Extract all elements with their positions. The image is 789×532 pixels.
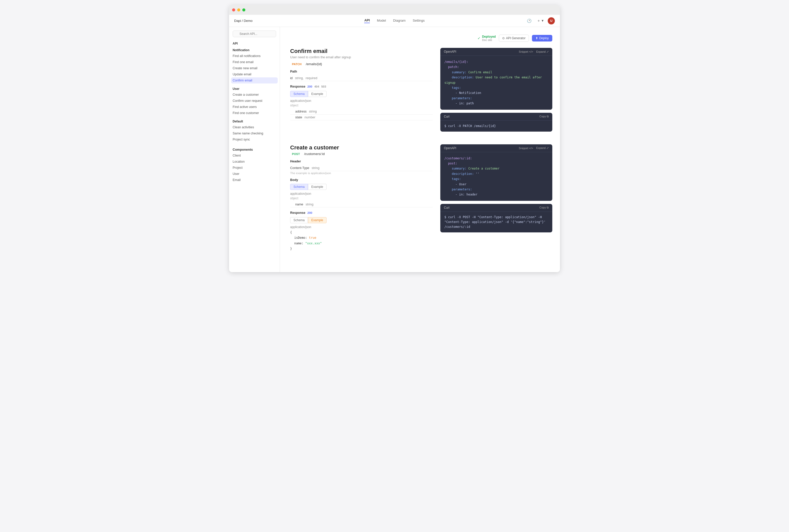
customer-openapi-header: OpenAPI Snippet </> Expand ⤢ xyxy=(440,144,552,152)
customer-openapi-actions: Snippet </> Expand ⤢ xyxy=(519,146,549,150)
json-is-demo: isDemo: true xyxy=(290,235,433,241)
customer-response-200[interactable]: 200 xyxy=(307,211,312,214)
path-field-row: id string, required xyxy=(290,75,433,81)
schema-object: object xyxy=(290,103,433,107)
patch-badge: PATCH xyxy=(290,62,303,66)
tab-body-example[interactable]: Example xyxy=(308,184,327,190)
json-name: name: "xxx.xxx" xyxy=(290,241,433,246)
search-input[interactable] xyxy=(233,31,276,37)
doc-site-label: Doc site xyxy=(482,38,496,41)
response-404[interactable]: 404 xyxy=(314,85,319,88)
deployed-label: Deployed xyxy=(482,35,496,38)
sidebar-item-client[interactable]: Client xyxy=(229,152,280,158)
body-content-type: application/json xyxy=(290,192,433,195)
address-field-type: string xyxy=(309,110,317,113)
sidebar-item-project-sync[interactable]: Project sync xyxy=(229,136,280,142)
openapi-header: OpenAPI Snippet </> Expand ⤢ xyxy=(440,48,552,56)
resp-json-body: { isDemo: true name: "xxx.xxx" } xyxy=(290,230,433,252)
main-content: ✓ Deployed Doc site ⊙ API Generator ⬆ De… xyxy=(280,27,560,272)
maximize-dot[interactable] xyxy=(242,8,245,12)
customer-openapi-panel: OpenAPI Snippet </> Expand ⤢ /customers/… xyxy=(440,144,552,201)
confirm-email-split: Confirm email User need to confirm the e… xyxy=(290,48,552,132)
sidebar-item-find-active-users[interactable]: Find active users xyxy=(229,104,280,110)
nav-api[interactable]: API xyxy=(364,18,370,23)
sidebar-item-find-all-notifications[interactable]: Find all notifications xyxy=(229,53,280,59)
tab-schema[interactable]: Schema xyxy=(290,91,308,97)
sidebar-user-title: User xyxy=(229,86,280,92)
topbar-actions: 🕐 ＋ ▾ U xyxy=(514,17,555,24)
curl-body: $ curl -X PATCH /emails/{id} xyxy=(440,121,552,132)
nav-diagram[interactable]: Diagram xyxy=(393,19,405,23)
openapi-panel: OpenAPI Snippet </> Expand ⤢ /emails/{id… xyxy=(440,48,552,110)
main-nav: API Model Diagram Settings xyxy=(275,18,514,23)
state-field-row: state number xyxy=(290,115,433,120)
nav-model[interactable]: Model xyxy=(377,19,386,23)
path-field-type: string, xyxy=(295,76,304,80)
brand-label: Dapi / Demo xyxy=(234,19,275,23)
sidebar-default-title: Default xyxy=(229,118,280,124)
curl-label: Curl xyxy=(444,115,449,118)
confirm-email-endpoint: /emails/{id} xyxy=(306,62,322,66)
deploy-button[interactable]: ⬆ Deploy xyxy=(532,35,552,41)
sidebar-notification-title: Notification xyxy=(229,47,280,53)
body-schema-tabs: Schema Example xyxy=(290,184,433,190)
sidebar-item-create-new-email[interactable]: Create new email xyxy=(229,65,280,71)
customer-curl-label: Curl xyxy=(444,206,449,209)
post-badge: POST xyxy=(290,152,302,156)
add-button[interactable]: ＋ ▾ xyxy=(536,17,545,24)
check-icon: ✓ xyxy=(478,36,481,40)
expand-label[interactable]: Expand ⤢ xyxy=(536,50,549,54)
customer-curl-body: $ curl -X POST -H "Content-Type: applica… xyxy=(440,212,552,233)
create-customer-endpoint: /customers/:id xyxy=(304,152,325,156)
content-type-row: Content-Type string xyxy=(290,165,433,171)
tab-example[interactable]: Example xyxy=(308,91,327,97)
sidebar-item-user[interactable]: User xyxy=(229,171,280,177)
tab-resp-example[interactable]: Example xyxy=(308,217,327,223)
tab-resp-schema[interactable]: Schema xyxy=(290,217,308,223)
sidebar-item-create-customer[interactable]: Create a customer xyxy=(229,92,280,98)
resp-content-type: application/json xyxy=(290,225,433,229)
deploy-label: Deploy xyxy=(539,36,549,40)
body-label: Body xyxy=(290,178,433,182)
tab-body-schema[interactable]: Schema xyxy=(290,184,308,190)
sidebar-item-project[interactable]: Project xyxy=(229,165,280,171)
header-note: The example is application/json xyxy=(290,172,433,175)
resp-tabs: Schema Example xyxy=(290,217,433,223)
sidebar-item-confirm-user-request[interactable]: Confirm user request xyxy=(229,98,280,104)
customer-expand-label[interactable]: Expand ⤢ xyxy=(536,146,549,150)
api-generator-button[interactable]: ⊙ API Generator xyxy=(499,35,529,42)
minimize-dot[interactable] xyxy=(237,8,240,12)
sidebar-item-find-one-customer[interactable]: Find one customer xyxy=(229,110,280,116)
sidebar-api-title: API xyxy=(229,40,280,46)
curl-copy-button[interactable]: Copy ⧉ xyxy=(539,115,549,118)
sidebar-item-confirm-email[interactable]: Confirm email xyxy=(231,77,278,83)
create-customer-split: Create a customer POST /customers/:id He… xyxy=(290,144,552,252)
openapi-body: /emails/{id}: patch: summary: Confirm em… xyxy=(440,56,552,110)
topbar: Dapi / Demo API Model Diagram Settings 🕐… xyxy=(229,15,560,27)
api-gen-label: API Generator xyxy=(506,36,525,40)
history-button[interactable]: 🕐 xyxy=(526,18,533,24)
customer-curl-copy[interactable]: Copy ⧉ xyxy=(539,206,549,209)
sidebar-item-email[interactable]: Email xyxy=(229,177,280,183)
response-row: Response 200 404 503 xyxy=(290,85,433,88)
snippet-label[interactable]: Snippet </> xyxy=(519,50,533,53)
sidebar-item-find-one-email[interactable]: Find one email xyxy=(229,59,280,65)
sidebar-item-clean-activities[interactable]: Clean activities xyxy=(229,124,280,130)
avatar[interactable]: U xyxy=(548,17,555,24)
close-dot[interactable] xyxy=(232,8,235,12)
openapi-actions: Snippet </> Expand ⤢ xyxy=(519,50,549,54)
sidebar-item-location[interactable]: Location xyxy=(229,158,280,165)
customer-snippet-label[interactable]: Snippet </> xyxy=(519,147,533,150)
path-field-required: required xyxy=(306,76,317,80)
sidebar: 🔍 API Notification Find all notification… xyxy=(229,27,280,272)
response-503[interactable]: 503 xyxy=(321,85,326,88)
nav-settings[interactable]: Settings xyxy=(413,19,425,23)
confirm-email-title: Confirm email xyxy=(290,48,433,55)
sidebar-item-update-email[interactable]: Update email xyxy=(229,71,280,77)
content-type-field: Content-Type xyxy=(290,166,309,170)
address-field-name: address xyxy=(295,110,306,113)
customer-response-label: Response xyxy=(290,211,305,214)
state-field-type: number xyxy=(305,116,315,119)
response-200[interactable]: 200 xyxy=(307,85,312,88)
sidebar-item-same-name-checking[interactable]: Same name checking xyxy=(229,130,280,136)
